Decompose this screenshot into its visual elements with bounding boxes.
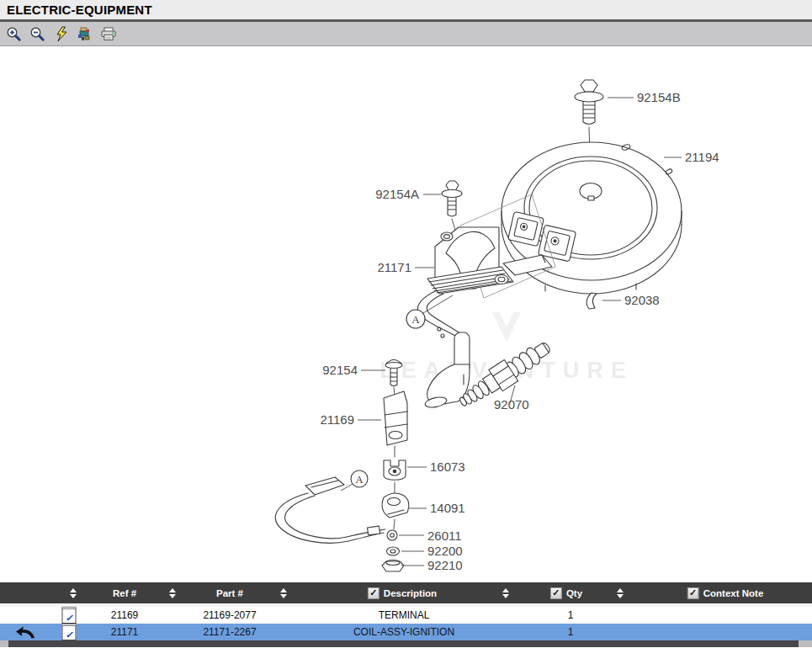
cell-description: TERMINAL [379,609,430,621]
cell-part: 21169-2077 [203,609,256,621]
column-header-context-note[interactable]: Context Note [703,588,764,598]
part-washer-92200 [387,547,400,555]
sort-toggle[interactable] [169,588,176,598]
part-label[interactable]: 92154 [322,363,358,377]
part-terminal-21169 [384,391,407,457]
part-clamp-14091 [382,493,409,529]
callout-a-coil[interactable]: A [406,295,453,328]
part-label[interactable]: 92154A [375,187,419,201]
part-label[interactable]: 16073 [430,459,465,474]
context-note-icon[interactable]: ✓ [62,607,77,624]
table-row[interactable]: ✓ 21169 21169-2077 TERMINAL 1 [0,607,812,624]
hotspots-icon[interactable] [76,25,93,43]
title-bar: ELECTRIC-EQUIPMENT [0,0,812,19]
table-row-selected[interactable]: ✓ 21171 21171-2267 COIL-ASSY-IGNITION 1 [0,624,812,640]
bottom-bar [0,640,812,647]
page-title: ELECTRIC-EQUIPMENT [7,3,152,17]
part-lead-wire [275,477,397,543]
part-label[interactable]: 92070 [494,397,529,412]
sort-toggle[interactable] [70,588,77,598]
cell-ref: 21171 [111,626,138,638]
context-note-icon[interactable]: ✓ [62,624,77,640]
column-header-part[interactable]: Part # [216,588,243,598]
bottom-scrollbar[interactable] [8,640,799,647]
part-label[interactable]: 92210 [427,558,463,572]
column-checkbox-context-note[interactable]: ✓ [687,587,699,599]
lightning-icon[interactable] [52,25,70,43]
cell-qty: 1 [568,609,574,621]
part-holder-16073 [384,460,406,494]
watermark-logo [492,312,521,343]
part-label[interactable]: 92200 [427,544,463,558]
print-icon[interactable] [99,25,117,43]
part-label[interactable]: 26011 [427,528,462,543]
part-plug-cap [417,290,470,409]
svg-text:A: A [411,313,420,326]
column-checkbox-description[interactable]: ✓ [368,587,379,599]
part-label[interactable]: 92154B [637,90,681,104]
sort-toggle[interactable] [617,588,624,598]
part-labels: 92154B 21194 92154A 21171 92038 92154 92… [320,90,719,572]
table-header: Ref # Part # ✓ Description ✓ Qty ✓ Conte… [0,582,812,603]
part-label[interactable]: 92038 [624,293,660,307]
cell-qty: 1 [568,626,574,638]
zoom-out-icon[interactable] [29,25,46,43]
column-header-ref[interactable]: Ref # [113,588,136,598]
part-nut-92210 [382,560,404,572]
zoom-in-icon[interactable] [5,25,23,43]
column-checkbox-qty[interactable]: ✓ [550,587,562,599]
parts-diagram[interactable]: LEADVENTURE [0,46,812,582]
part-label[interactable]: 14091 [430,501,465,515]
cell-description: COIL-ASSY-IGNITION [353,626,454,638]
column-header-qty[interactable]: Qty [566,588,582,598]
column-header-description[interactable]: Description [384,588,437,598]
part-label[interactable]: 21169 [320,412,354,427]
part-label[interactable]: 21194 [685,150,719,164]
sort-toggle[interactable] [280,588,287,598]
parts-diagram-area: LEADVENTURE [0,46,812,582]
back-arrow-icon[interactable] [15,626,35,639]
diagram-toolbar [0,22,812,46]
callout-a-lead[interactable]: A [341,470,368,491]
part-key-92038 [586,293,597,309]
svg-text:A: A [355,473,364,486]
cell-part: 21171-2267 [203,626,256,638]
sort-toggle[interactable] [502,588,509,598]
part-label[interactable]: 21171 [377,260,411,274]
cell-ref: 21169 [111,609,138,621]
